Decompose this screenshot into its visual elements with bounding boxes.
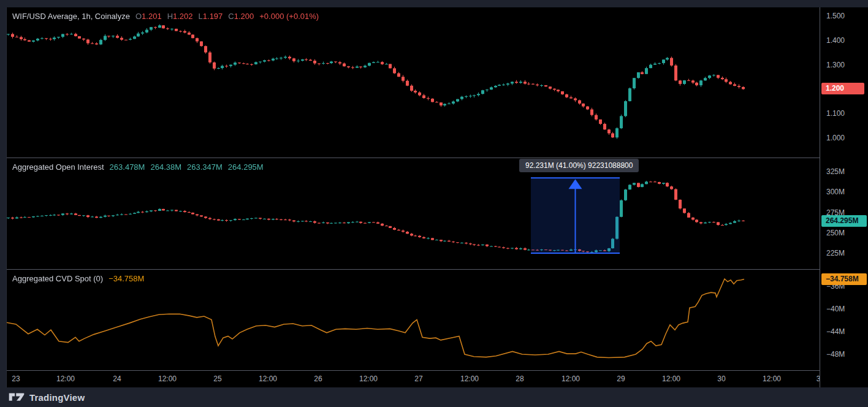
time-tick-label: 25 (213, 375, 221, 383)
last-value-badge: −34.758M (821, 273, 867, 285)
axis-tick-label: 1.500 (826, 11, 845, 21)
ohlc-item: H1.202 (167, 12, 193, 21)
cvd-pane: Aggregated CVD Spot (0) −34.758M (7, 269, 820, 370)
open-interest-pane: Aggregated Open Interest 263.478M264.38M… (7, 158, 820, 269)
chart-plot-area: WIF/USD Average, 1h, Coinalyze O1.201H1.… (6, 7, 820, 387)
cvd-line-canvas[interactable] (7, 270, 820, 370)
open-interest-values: 263.478M264.38M263.347M264.295M (110, 162, 264, 172)
axis-tick-label: 325M (826, 167, 845, 177)
time-tick-label: 12:00 (359, 375, 378, 383)
axis-tick-label: 1.300 (826, 60, 845, 70)
axis-tick-label: 300M (826, 187, 845, 197)
open-interest-title[interactable]: Aggregated Open Interest (12, 162, 104, 172)
price-pane: WIF/USD Average, 1h, Coinalyze O1.201H1.… (7, 7, 820, 158)
price-legend: WIF/USD Average, 1h, Coinalyze O1.201H1.… (12, 12, 319, 21)
ohlc-item: L1.197 (199, 12, 223, 21)
open-interest-value: 264.38M (150, 162, 181, 172)
time-tick-label: 30 (717, 375, 725, 383)
tradingview-logo-icon[interactable] (9, 391, 25, 403)
time-tick-label: 26 (314, 375, 322, 383)
open-interest-canvas[interactable] (7, 158, 820, 269)
cvd-legend: Aggregated CVD Spot (0) −34.758M (12, 274, 144, 283)
ohlc-item: O1.201 (135, 12, 162, 21)
time-axis[interactable]: 2312:002412:002512:002612:002712:002812:… (7, 370, 820, 387)
time-tick-label: 27 (414, 375, 422, 383)
measurement-tooltip: 92.231M (41.00%) 92231088800 (519, 159, 639, 172)
axis-tick-label: 1.000 (826, 133, 845, 143)
brand-name[interactable]: TradingView (29, 392, 85, 403)
time-tick-label: 12:00 (662, 375, 680, 383)
axis-tick-label: 250M (826, 228, 845, 238)
bottom-bar: TradingView (0, 387, 868, 407)
time-tick-label: 12:00 (56, 375, 75, 383)
symbol-title[interactable]: WIF/USD Average, 1h, Coinalyze (12, 12, 130, 21)
open-interest-value: 263.347M (187, 162, 223, 172)
time-tick-label: 12:00 (562, 375, 580, 383)
axis-tick-label: −40M (826, 304, 845, 314)
price-axis[interactable]: 1.5001.4001.3001.1001.0001.200325M300M27… (820, 7, 868, 387)
last-value-badge: 264.295M (821, 215, 867, 227)
time-tick-label: 23 (12, 375, 20, 383)
ohlc-item: C1.200 (228, 12, 254, 21)
axis-tick-label: −48M (826, 349, 845, 359)
time-tick-label: 12:00 (158, 375, 177, 383)
time-tick-label: 28 (516, 375, 523, 383)
axis-tick-label: 1.400 (826, 36, 845, 45)
tradingview-chart-window: WIF/USD Average, 1h, Coinalyze O1.201H1.… (0, 0, 868, 407)
open-interest-legend: Aggregated Open Interest 263.478M264.38M… (12, 162, 264, 172)
axis-tick-label: 225M (826, 248, 845, 258)
price-candlestick-canvas[interactable] (7, 7, 820, 158)
time-tick-label: 12:00 (460, 375, 479, 383)
axis-tick-label: −44M (826, 327, 845, 337)
open-interest-value: 264.295M (228, 162, 264, 172)
time-tick-label: 29 (617, 375, 625, 383)
cvd-value: −34.758M (108, 274, 144, 283)
axis-tick-label: 1.100 (826, 108, 845, 118)
time-tick-label: 24 (113, 375, 121, 383)
price-change: +0.000 (+0.01%) (259, 12, 319, 21)
last-value-badge: 1.200 (821, 83, 864, 94)
time-tick-label: 12:00 (763, 375, 781, 383)
open-interest-value: 263.478M (110, 162, 145, 172)
time-tick-label: 12:00 (259, 375, 277, 383)
ohlc-values: O1.201H1.202L1.197C1.200 (135, 12, 254, 21)
cvd-title[interactable]: Aggregated CVD Spot (0) (12, 274, 103, 283)
